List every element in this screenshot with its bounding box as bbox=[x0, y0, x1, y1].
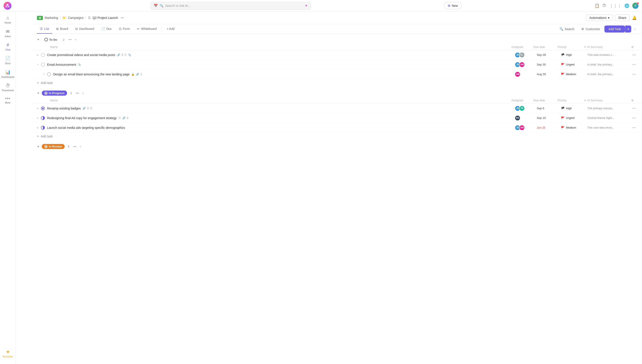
ai-summary-6: The core idea revol... bbox=[587, 126, 631, 129]
breadcrumb-campaigns[interactable]: Campaigns bbox=[68, 16, 84, 20]
timesheets-icon: ⏱ bbox=[6, 83, 10, 88]
todo-more-btn[interactable]: ••• bbox=[68, 37, 72, 42]
svg-point-1 bbox=[6, 6, 7, 7]
in-review-add-btn[interactable]: + bbox=[79, 144, 82, 149]
tab-board[interactable]: ⊞ Board bbox=[53, 24, 71, 34]
breadcrumb-marketing[interactable]: M bbox=[37, 16, 43, 20]
in-progress-collapse-btn[interactable]: ▼ bbox=[37, 92, 40, 95]
row-more-5[interactable]: ••• bbox=[631, 116, 637, 120]
due-date-3: Aug 29 bbox=[537, 72, 561, 76]
col-add-icon[interactable]: ⊕ bbox=[631, 45, 634, 48]
in-review-label: In Review bbox=[49, 145, 62, 148]
ip-ai-summary-icon: ✦ bbox=[584, 99, 586, 102]
row-more-6[interactable]: ••• bbox=[631, 126, 637, 130]
task-expand-4[interactable]: ▶ bbox=[37, 107, 40, 110]
task-check-6[interactable] bbox=[41, 126, 45, 130]
breadcrumb-project[interactable]: Q2 Project Launch bbox=[92, 16, 118, 20]
todo-col-assignee: Assignee bbox=[512, 45, 523, 48]
task-check-2[interactable] bbox=[41, 63, 45, 66]
row-more-3[interactable]: ••• bbox=[631, 72, 637, 76]
home-icon: ⌂ bbox=[6, 16, 9, 20]
task-expand-6[interactable]: ▶ bbox=[37, 126, 40, 129]
priority-flag-3: 🚩 bbox=[561, 72, 564, 76]
priority-1: 🏴 High bbox=[561, 53, 587, 57]
tab-whiteboard[interactable]: ✏ Whiteboard bbox=[134, 24, 160, 34]
app-logo[interactable] bbox=[4, 2, 12, 10]
assignees-5: RS bbox=[515, 115, 537, 121]
breadcrumb-marketing-label[interactable]: Marketing bbox=[45, 16, 58, 20]
collapse-btn[interactable]: › bbox=[633, 25, 637, 33]
sidebar-item-favorites[interactable]: ★ Favorites bbox=[1, 347, 15, 360]
link-icon-5: 🔗 bbox=[122, 116, 126, 120]
search-placeholder[interactable]: Search or Ask AI... bbox=[165, 4, 303, 8]
avatar-4b: TK bbox=[519, 106, 525, 111]
in-progress-more-btn[interactable]: ••• bbox=[75, 91, 80, 96]
automations-chevron: ▾ bbox=[608, 16, 610, 20]
sidebar-label-chat: Chat bbox=[5, 48, 10, 51]
add-task-button[interactable]: Add Task bbox=[604, 26, 625, 32]
search-icon: 🔍 bbox=[160, 4, 163, 8]
in-progress-add-task-row[interactable]: + Add task bbox=[32, 132, 642, 141]
due-date-1: Sep 28 bbox=[537, 53, 561, 56]
notification-bell-icon[interactable]: 🔔 bbox=[632, 16, 637, 20]
todo-add-btn[interactable]: + bbox=[74, 37, 78, 42]
new-button[interactable]: ⊕ New bbox=[444, 2, 462, 9]
row-more-2[interactable]: ••• bbox=[631, 63, 637, 66]
topbar: 📅 🔍 Search or Ask AI... ✦ ⊕ New 📋 ⏱ ⋮⋮⋮ … bbox=[0, 0, 642, 12]
tab-form[interactable]: ⊡ Form bbox=[116, 24, 133, 34]
sidebar-item-more[interactable]: ••• More bbox=[1, 94, 15, 106]
task-expand-1[interactable]: ▶ bbox=[37, 54, 40, 56]
automations-button[interactable]: Automations ▾ bbox=[586, 14, 613, 21]
tab-list[interactable]: ☰ List bbox=[37, 24, 52, 34]
bc-more-btn[interactable]: ••• bbox=[121, 16, 124, 20]
sidebar-item-dashboards[interactable]: 📊 Dashboards bbox=[1, 67, 15, 80]
row-more-1[interactable]: ••• bbox=[631, 53, 637, 57]
in-review-status-badge: In Review bbox=[42, 144, 65, 149]
priority-4: 🏴 High bbox=[561, 106, 587, 110]
sidebar-item-chat[interactable]: # Chat bbox=[1, 40, 15, 53]
tab-doc[interactable]: 📄 Doc bbox=[98, 24, 115, 34]
user-avatar[interactable]: U bbox=[632, 3, 638, 9]
sidebar-item-inbox[interactable]: ✉ Inbox bbox=[1, 26, 15, 40]
sidebar-item-docs[interactable]: 📄 Docs bbox=[1, 54, 15, 67]
task-expand-3[interactable]: ▼ bbox=[43, 73, 46, 76]
priority-flag-2: 🚩 bbox=[561, 63, 564, 66]
add-task-plus: + bbox=[37, 81, 39, 85]
todo-label: To Do bbox=[49, 38, 57, 41]
assignees-3: AM bbox=[515, 72, 537, 77]
ip-col-aisummary: AI Summary bbox=[587, 99, 603, 102]
sidebar-item-home[interactable]: ⌂ Home bbox=[1, 13, 15, 26]
add-task-dropdown-btn[interactable]: ▾ bbox=[625, 26, 631, 32]
table-row: ▼ Email Announcement 📎 JD AM Sep 30 🚩 Ur… bbox=[32, 60, 642, 70]
table-row: ▶ Redesigning final Ad copy for engageme… bbox=[32, 113, 642, 123]
customize-tab-btn[interactable]: ⚙ Customize bbox=[579, 26, 603, 32]
in-review-section-actions: ••• + bbox=[72, 144, 82, 149]
timer-icon[interactable]: ⏱ bbox=[602, 3, 606, 8]
task-meta-2: 📎 bbox=[78, 63, 81, 66]
more-icon: ••• bbox=[5, 96, 10, 100]
todo-collapse-btn[interactable]: ▼ bbox=[37, 38, 40, 41]
tab-add[interactable]: + Add bbox=[164, 24, 178, 34]
globe-avatar-icon[interactable]: 🌐 bbox=[624, 3, 629, 8]
task-check-5[interactable] bbox=[41, 116, 45, 120]
todo-add-task-row[interactable]: + Add task bbox=[32, 79, 642, 88]
in-review-more-btn[interactable]: ••• bbox=[72, 144, 78, 149]
sidebar-item-timesheets[interactable]: ⏱ Timesheets bbox=[1, 81, 15, 94]
search-tab-btn[interactable]: 🔍 Search bbox=[557, 26, 577, 32]
grid-icon[interactable]: ⋮⋮⋮ bbox=[610, 3, 621, 8]
task-check-4[interactable] bbox=[41, 106, 45, 110]
notes-icon[interactable]: 📋 bbox=[594, 3, 599, 8]
in-review-collapse-btn[interactable]: ▼ bbox=[37, 145, 40, 148]
tab-dashboard[interactable]: ⊟ Dashboard bbox=[72, 24, 98, 34]
row-more-4[interactable]: ••• bbox=[631, 106, 637, 110]
ip-col-add-icon[interactable]: ⊕ bbox=[631, 99, 634, 102]
task-check-3[interactable] bbox=[47, 72, 51, 76]
board-tab-icon: ⊞ bbox=[56, 27, 59, 30]
task-check-1[interactable] bbox=[41, 53, 45, 57]
task-expand-2[interactable]: ▼ bbox=[37, 63, 40, 66]
share-button[interactable]: Share bbox=[615, 14, 630, 21]
in-progress-add-btn[interactable]: + bbox=[81, 91, 85, 96]
sidebar-label-inbox: Inbox bbox=[5, 35, 11, 38]
tabs-right: 🔍 Search ⚙ Customize Add Task ▾ › bbox=[557, 25, 637, 33]
task-expand-5[interactable]: ▶ bbox=[37, 117, 40, 119]
